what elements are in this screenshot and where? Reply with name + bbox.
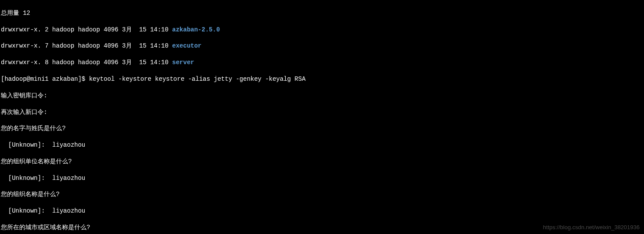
answer-name: [Unknown]: liyaozhou bbox=[1, 141, 643, 149]
password-reenter-prompt: 再次输入新口令: bbox=[1, 108, 643, 117]
terminal-output[interactable]: 总用量 12 drwxrwxr-x. 2 hadoop hadoop 4096 … bbox=[1, 1, 643, 234]
ls-entry-2: drwxrwxr-x. 7 hadoop hadoop 4096 3月 15 1… bbox=[1, 42, 643, 50]
question-org: 您的组织名称是什么? bbox=[1, 190, 643, 199]
watermark-text: https://blog.csdn.net/weixin_38201936 bbox=[543, 224, 640, 231]
password-prompt: 输入密钥库口令: bbox=[1, 92, 643, 100]
directory-link: executor bbox=[172, 42, 201, 49]
question-ou: 您的组织单位名称是什么? bbox=[1, 158, 643, 166]
ls-perms: drwxrwxr-x. 8 hadoop hadoop 4096 3月 15 1… bbox=[1, 59, 172, 66]
ls-entry-3: drwxrwxr-x. 8 hadoop hadoop 4096 3月 15 1… bbox=[1, 58, 643, 67]
ls-entry-1: drwxrwxr-x. 2 hadoop hadoop 4096 3月 15 1… bbox=[1, 26, 643, 34]
answer-org: [Unknown]: liyaozhou bbox=[1, 207, 643, 215]
question-name: 您的名字与姓氏是什么? bbox=[1, 124, 643, 133]
answer-ou: [Unknown]: liyaozhou bbox=[1, 174, 643, 182]
ls-total-line: 总用量 12 bbox=[1, 9, 643, 17]
ls-perms: drwxrwxr-x. 7 hadoop hadoop 4096 3月 15 1… bbox=[1, 42, 172, 49]
directory-link: azkaban-2.5.0 bbox=[172, 26, 220, 33]
directory-link: server bbox=[172, 59, 194, 66]
ls-perms: drwxrwxr-x. 2 hadoop hadoop 4096 3月 15 1… bbox=[1, 26, 172, 33]
keytool-command: [hadoop@mini1 azkaban]$ keytool -keystor… bbox=[1, 75, 643, 83]
